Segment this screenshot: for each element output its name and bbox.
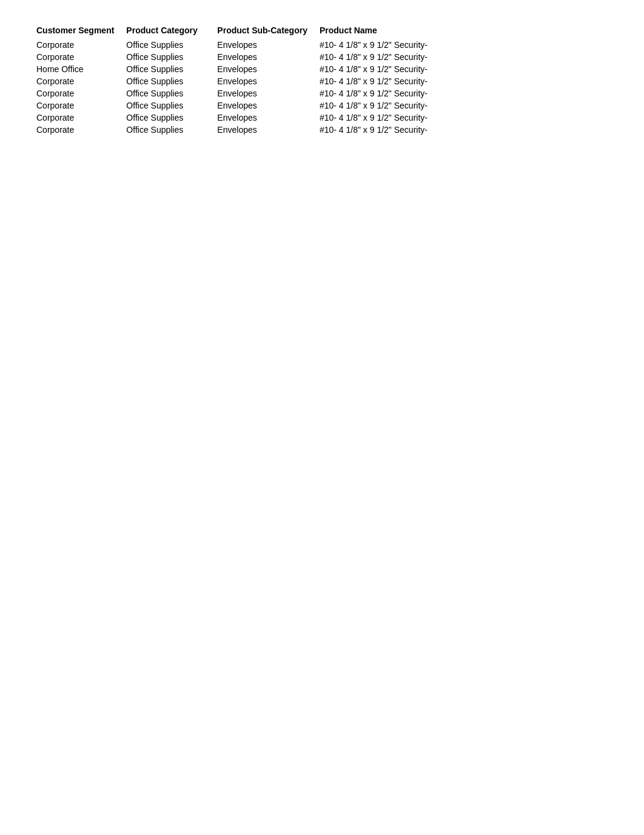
cell-product: #10- 4 1/8" x 9 1/2" Security- <box>320 99 489 112</box>
cell-subcategory: Envelopes <box>217 51 320 63</box>
cell-category: Office Supplies <box>126 75 217 87</box>
table-row: CorporateOffice SuppliesEnvelopes#10- 4 … <box>36 99 489 112</box>
cell-subcategory: Envelopes <box>217 124 320 136</box>
cell-category: Office Supplies <box>126 87 217 99</box>
cell-segment: Corporate <box>36 39 126 51</box>
table-header-row: Customer Segment Product Category Produc… <box>36 24 489 39</box>
cell-product: #10- 4 1/8" x 9 1/2" Security- <box>320 87 489 99</box>
cell-segment: Corporate <box>36 99 126 112</box>
cell-product: #10- 4 1/8" x 9 1/2" Security- <box>320 39 489 51</box>
table-row: CorporateOffice SuppliesEnvelopes#10- 4 … <box>36 112 489 124</box>
table-row: CorporateOffice SuppliesEnvelopes#10- 4 … <box>36 51 489 63</box>
table-container: Customer Segment Product Category Produc… <box>0 0 644 160</box>
cell-segment: Corporate <box>36 124 126 136</box>
cell-category: Office Supplies <box>126 39 217 51</box>
cell-segment: Corporate <box>36 87 126 99</box>
table-row: CorporateOffice SuppliesEnvelopes#10- 4 … <box>36 75 489 87</box>
cell-product: #10- 4 1/8" x 9 1/2" Security- <box>320 51 489 63</box>
cell-category: Office Supplies <box>126 112 217 124</box>
header-category: Product Category <box>126 24 217 39</box>
cell-subcategory: Envelopes <box>217 87 320 99</box>
cell-category: Office Supplies <box>126 63 217 75</box>
cell-subcategory: Envelopes <box>217 63 320 75</box>
cell-category: Office Supplies <box>126 124 217 136</box>
cell-product: #10- 4 1/8" x 9 1/2" Security- <box>320 75 489 87</box>
cell-subcategory: Envelopes <box>217 99 320 112</box>
table-body: CorporateOffice SuppliesEnvelopes#10- 4 … <box>36 39 489 136</box>
cell-product: #10- 4 1/8" x 9 1/2" Security- <box>320 112 489 124</box>
table-row: CorporateOffice SuppliesEnvelopes#10- 4 … <box>36 124 489 136</box>
data-table: Customer Segment Product Category Produc… <box>36 24 489 136</box>
cell-segment: Corporate <box>36 75 126 87</box>
header-segment: Customer Segment <box>36 24 126 39</box>
table-row: CorporateOffice SuppliesEnvelopes#10- 4 … <box>36 39 489 51</box>
cell-category: Office Supplies <box>126 99 217 112</box>
table-row: Home OfficeOffice SuppliesEnvelopes#10- … <box>36 63 489 75</box>
table-row: CorporateOffice SuppliesEnvelopes#10- 4 … <box>36 87 489 99</box>
header-product: Product Name <box>320 24 489 39</box>
header-subcategory: Product Sub-Category <box>217 24 320 39</box>
cell-subcategory: Envelopes <box>217 39 320 51</box>
cell-category: Office Supplies <box>126 51 217 63</box>
cell-product: #10- 4 1/8" x 9 1/2" Security- <box>320 124 489 136</box>
cell-segment: Corporate <box>36 51 126 63</box>
cell-segment: Home Office <box>36 63 126 75</box>
cell-subcategory: Envelopes <box>217 75 320 87</box>
cell-subcategory: Envelopes <box>217 112 320 124</box>
cell-product: #10- 4 1/8" x 9 1/2" Security- <box>320 63 489 75</box>
cell-segment: Corporate <box>36 112 126 124</box>
